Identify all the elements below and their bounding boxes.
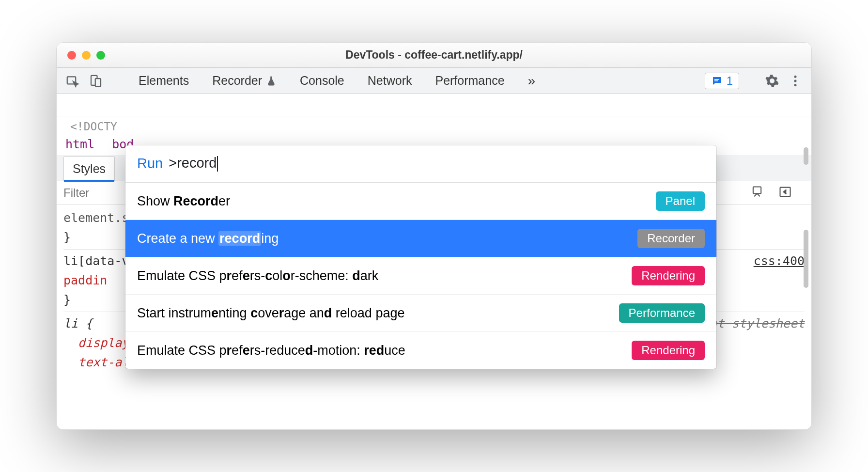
command-menu: Run >record Show RecorderPanelCreate a n… <box>125 145 716 369</box>
code-line: li { <box>63 316 93 330</box>
code-line: paddin <box>63 273 107 287</box>
more-tabs-button[interactable]: » <box>528 73 536 89</box>
tab-label: Network <box>368 74 412 88</box>
command-item-category-pill: Rendering <box>632 266 705 285</box>
scrollbar-thumb[interactable] <box>804 230 808 288</box>
code-line: li[data-v <box>63 254 129 268</box>
command-item[interactable]: Emulate CSS prefers-color-scheme: darkRe… <box>125 257 716 295</box>
source-link[interactable]: css:400 <box>754 252 805 271</box>
command-item-category-pill: Recorder <box>637 229 705 248</box>
command-item[interactable]: Start instrumenting coverage and reload … <box>125 295 716 332</box>
code-line: element.s <box>63 211 129 225</box>
command-item-category-pill: Performance <box>619 303 705 323</box>
svg-point-5 <box>794 75 797 78</box>
command-item[interactable]: Show RecorderPanel <box>125 183 716 220</box>
doctype-text: <!DOCTY <box>57 116 811 133</box>
command-list: Show RecorderPanelCreate a new recording… <box>125 183 716 369</box>
close-window-button[interactable] <box>67 51 76 60</box>
hover-icon[interactable] <box>750 185 764 201</box>
tab-performance[interactable]: Performance <box>435 74 504 88</box>
tab-label: Console <box>300 74 344 88</box>
svg-rect-4 <box>714 80 718 81</box>
command-item-category-pill: Rendering <box>632 341 705 360</box>
settings-gear-icon[interactable] <box>765 74 779 88</box>
command-item-category-pill: Panel <box>656 191 705 211</box>
tab-label: Recorder <box>212 74 262 88</box>
toolbar-divider <box>752 73 752 89</box>
tab-console[interactable]: Console <box>300 74 344 88</box>
chat-icon <box>711 75 723 87</box>
devtools-window: DevTools - coffee-cart.netlify.app/ Elem… <box>56 42 812 430</box>
issues-button[interactable]: 1 <box>705 73 739 89</box>
text-caret <box>217 156 218 172</box>
command-prefix: Run <box>137 156 163 172</box>
tab-elements[interactable]: Elements <box>139 74 189 88</box>
content-area: <!DOCTY html bod Styles element.s } <box>57 94 811 429</box>
command-query: >record <box>169 155 218 172</box>
breadcrumb-item[interactable]: html <box>65 137 94 151</box>
kebab-menu-icon[interactable] <box>788 74 803 88</box>
svg-point-6 <box>794 79 797 82</box>
elements-toolbar-row <box>57 94 811 116</box>
tab-label: Styles <box>73 162 106 175</box>
command-item-label: Emulate CSS prefers-color-scheme: dark <box>137 268 378 283</box>
panel-tabs: Elements Recorder Console Network Perfor… <box>139 74 505 88</box>
svg-point-7 <box>794 84 797 86</box>
command-item[interactable]: Emulate CSS prefers-reduced-motion: redu… <box>125 332 716 369</box>
scrollbar-thumb[interactable] <box>804 147 808 165</box>
device-toggle-icon[interactable] <box>89 74 103 88</box>
command-item-label: Emulate CSS prefers-reduced-motion: redu… <box>137 343 405 358</box>
flask-icon <box>266 76 277 86</box>
window-title: DevTools - coffee-cart.netlify.app/ <box>345 48 523 62</box>
svg-rect-8 <box>753 187 761 193</box>
svg-rect-3 <box>714 79 719 80</box>
command-item[interactable]: Create a new recordingRecorder <box>125 220 716 257</box>
computed-panel-icon[interactable] <box>778 185 792 201</box>
command-item-label: Create a new recording <box>137 231 279 246</box>
tab-recorder[interactable]: Recorder <box>212 74 277 88</box>
tab-label: Elements <box>139 74 189 88</box>
command-item-label: Start instrumenting coverage and reload … <box>137 306 404 321</box>
code-line: } <box>63 230 71 244</box>
minimize-window-button[interactable] <box>82 51 91 60</box>
titlebar: DevTools - coffee-cart.netlify.app/ <box>57 43 811 68</box>
inspect-icon[interactable] <box>65 74 80 88</box>
command-input-row[interactable]: Run >record <box>125 145 716 183</box>
css-prop: display <box>78 336 129 350</box>
code-line: } <box>63 293 71 307</box>
maximize-window-button[interactable] <box>96 51 105 60</box>
command-item-label: Show Recorder <box>137 194 230 209</box>
issues-count: 1 <box>727 74 733 88</box>
tab-styles[interactable]: Styles <box>63 157 115 181</box>
tab-network[interactable]: Network <box>368 74 412 88</box>
tab-label: Performance <box>435 74 504 88</box>
window-controls <box>67 51 105 60</box>
svg-rect-2 <box>95 79 101 86</box>
toolbar-divider <box>116 73 116 89</box>
main-toolbar: Elements Recorder Console Network Perfor… <box>57 68 811 94</box>
